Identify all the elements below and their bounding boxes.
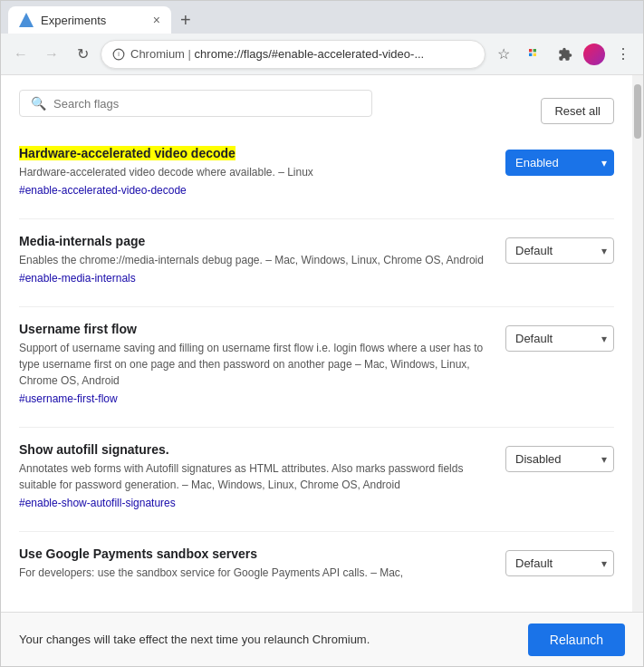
flag-control: Enabled Default Enabled Disabled ▾	[505, 146, 614, 197]
relaunch-message: Your changes will take effect the next t…	[19, 633, 370, 646]
scrollbar[interactable]	[632, 75, 643, 612]
flag-description: For developers: use the sandbox service …	[19, 565, 491, 581]
svg-rect-2	[529, 49, 532, 52]
flag-details: Username first flow Support of username …	[19, 322, 491, 405]
search-icon: 🔍	[31, 96, 46, 111]
back-button[interactable]: ←	[8, 42, 34, 67]
flag-select-wrapper: Default Default Enabled Disabled ▾	[505, 325, 614, 352]
flag-title: Show autofill signatures.	[19, 442, 491, 457]
flag-details: Show autofill signatures. Annotates web …	[19, 442, 491, 509]
user-avatar[interactable]	[583, 44, 605, 65]
flag-title: Username first flow	[19, 322, 491, 336]
reload-button[interactable]: ↻	[70, 42, 95, 67]
flag-select-wrapper: Default Default Enabled Disabled ▾	[505, 237, 614, 264]
url-text: Chromium | chrome://flags/#enable-accele…	[130, 47, 474, 61]
menu-button[interactable]: ⋮	[610, 42, 636, 67]
flag-control: Default Default Enabled Disabled ▾	[505, 322, 614, 405]
tab-bar: Experiments × +	[1, 1, 643, 34]
flag-item: Use Google Payments sandbox servers For …	[19, 546, 614, 585]
bottom-bar: Your changes will take effect the next t…	[1, 612, 643, 666]
flag-title: Use Google Payments sandbox servers	[19, 546, 491, 561]
flag-item: Media-internals page Enables the chrome:…	[19, 234, 614, 285]
flag-description: Hardware-accelerated video decode where …	[19, 164, 491, 180]
flag-select[interactable]: Disabled Default Enabled Disabled	[505, 446, 614, 472]
tab-title: Experiments	[41, 14, 106, 27]
url-path: chrome://flags/#enable-accelerated-video…	[195, 47, 425, 61]
flag-title: Hardware-accelerated video decode	[19, 146, 491, 160]
reset-all-button[interactable]: Reset all	[541, 98, 614, 124]
browser-frame: Experiments × + ← → ↻ i Chromium | chrom…	[0, 0, 644, 667]
flag-details: Media-internals page Enables the chrome:…	[19, 234, 491, 285]
search-row: 🔍 Reset all	[19, 90, 614, 131]
search-bar: 🔍	[19, 90, 372, 117]
flag-select[interactable]: Default Default Enabled Disabled	[505, 325, 614, 352]
main-content: 🔍 Reset all Hardware-accelerated video d…	[1, 75, 632, 612]
google-apps-button[interactable]	[522, 42, 547, 67]
flag-title: Media-internals page	[19, 234, 491, 248]
flag-control: Disabled Default Enabled Disabled ▾	[505, 442, 614, 509]
flag-item: Hardware-accelerated video decode Hardwa…	[19, 146, 614, 197]
scrollbar-thumb[interactable]	[634, 84, 641, 139]
url-site: Chromium	[130, 47, 185, 61]
tab-close-button[interactable]: ×	[153, 14, 160, 26]
flags-list: Hardware-accelerated video decode Hardwa…	[19, 146, 614, 585]
flag-link[interactable]: #enable-accelerated-video-decode	[19, 184, 491, 197]
flag-description: Support of username saving and filling o…	[19, 340, 491, 389]
url-bar[interactable]: i Chromium | chrome://flags/#enable-acce…	[101, 40, 485, 69]
flag-item: Username first flow Support of username …	[19, 322, 614, 405]
relaunch-button[interactable]: Relaunch	[528, 624, 625, 656]
active-tab[interactable]: Experiments ×	[8, 6, 171, 34]
forward-button[interactable]: →	[39, 42, 64, 67]
new-tab-button[interactable]: +	[175, 6, 197, 34]
flag-link[interactable]: #enable-show-autofill-signatures	[19, 497, 491, 509]
flag-description: Annotates web forms with Autofill signat…	[19, 460, 491, 493]
flag-select-wrapper: Default Default Enabled Disabled ▾	[505, 550, 614, 576]
svg-rect-3	[533, 49, 536, 52]
flag-control: Default Default Enabled Disabled ▾	[505, 234, 614, 285]
flag-link[interactable]: #enable-media-internals	[19, 272, 491, 285]
svg-rect-4	[529, 53, 532, 55]
flag-control: Default Default Enabled Disabled ▾	[505, 546, 614, 585]
svg-rect-5	[533, 53, 536, 55]
flag-select[interactable]: Default Default Enabled Disabled	[505, 237, 614, 264]
search-input[interactable]	[53, 97, 360, 111]
star-button[interactable]: ☆	[491, 42, 516, 67]
flag-select-wrapper: Disabled Default Enabled Disabled ▾	[505, 446, 614, 472]
address-bar: ← → ↻ i Chromium | chrome://flags/#enabl…	[1, 34, 643, 75]
flag-description: Enables the chrome://media-internals deb…	[19, 252, 491, 268]
secure-icon: i	[112, 48, 125, 61]
google-apps-icon	[527, 47, 542, 62]
tab-favicon	[19, 13, 34, 27]
extensions-button[interactable]	[553, 42, 578, 67]
svg-text:i: i	[118, 51, 120, 57]
flag-select[interactable]: Enabled Default Enabled Disabled	[505, 150, 614, 176]
flag-select[interactable]: Default Default Enabled Disabled	[505, 550, 614, 576]
flag-item: Show autofill signatures. Annotates web …	[19, 442, 614, 509]
flag-link[interactable]: #username-first-flow	[19, 392, 491, 405]
flag-details: Use Google Payments sandbox servers For …	[19, 546, 491, 585]
puzzle-icon	[558, 47, 572, 62]
flag-select-wrapper: Enabled Default Enabled Disabled ▾	[505, 150, 614, 176]
page-content: 🔍 Reset all Hardware-accelerated video d…	[1, 75, 643, 612]
flag-details: Hardware-accelerated video decode Hardwa…	[19, 146, 491, 197]
